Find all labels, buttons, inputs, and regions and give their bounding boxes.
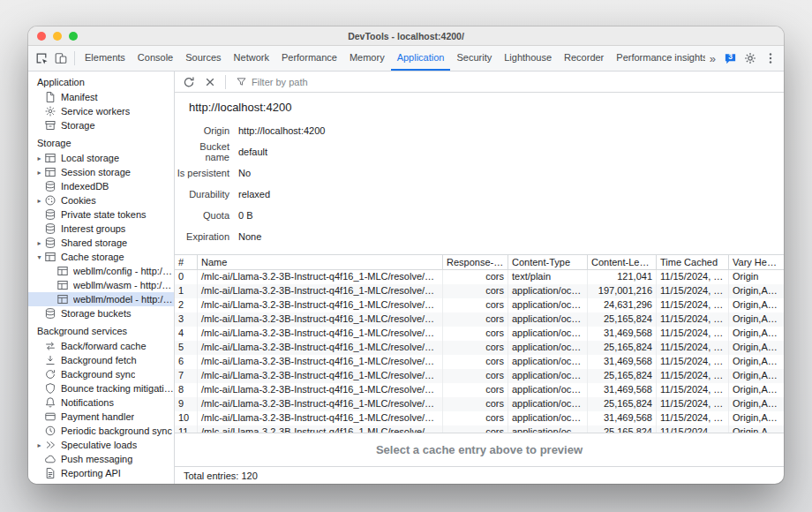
cell-name: /mlc-ai/Llama-3.2-3B-Instruct-q4f16_1-ML… <box>198 284 443 298</box>
column-header-name[interactable]: Name <box>198 255 443 270</box>
sidebar-item-label: Back/forward cache <box>61 341 147 351</box>
sidebar-item-webllm-model-http-loc[interactable]: webllm/model - http://loc… <box>28 292 174 306</box>
sidebar-item-reporting-api[interactable]: Reporting API <box>28 466 174 480</box>
sidebar-item-cache-storage[interactable]: ▾Cache storage <box>28 250 174 264</box>
table-row[interactable]: 1/mlc-ai/Llama-3.2-3B-Instruct-q4f16_1-M… <box>175 284 784 298</box>
table-row[interactable]: 8/mlc-ai/Llama-3.2-3B-Instruct-q4f16_1-M… <box>175 383 784 397</box>
sidebar-item-private-state-tokens[interactable]: Private state tokens <box>28 207 174 222</box>
expander-collapsed-icon[interactable]: ▸ <box>34 197 44 205</box>
sidebar-item-back-forward-cache[interactable]: Back/forward cache <box>28 339 174 353</box>
table-row[interactable]: 9/mlc-ai/Llama-3.2-3B-Instruct-q4f16_1-M… <box>175 397 784 411</box>
close-window-button[interactable] <box>37 32 46 41</box>
sidebar-item-webllm-config-http-loc[interactable]: webllm/config - http://loc… <box>28 264 174 278</box>
sidebar-item-service-workers[interactable]: Service workers <box>28 104 174 118</box>
tab-recorder[interactable]: Recorder <box>558 46 610 71</box>
table-row[interactable]: 11/mlc-ai/Llama-3.2-3B-Instruct-q4f16_1-… <box>175 425 784 433</box>
minimize-window-button[interactable] <box>53 32 62 41</box>
cookie-icon <box>44 194 56 207</box>
more-tabs-button[interactable]: » <box>705 52 720 65</box>
column-header-time-cached[interactable]: Time Cached <box>657 255 729 270</box>
table-row[interactable]: 6/mlc-ai/Llama-3.2-3B-Instruct-q4f16_1-M… <box>175 355 784 369</box>
sidebar-item-local-storage[interactable]: ▸Local storage <box>28 151 174 165</box>
column-header-content-type[interactable]: Content-Type <box>508 255 588 270</box>
kebab-menu-icon <box>763 51 778 65</box>
sidebar-item-background-sync[interactable]: Background sync <box>28 367 174 381</box>
table-row[interactable]: 4/mlc-ai/Llama-3.2-3B-Instruct-q4f16_1-M… <box>175 327 784 341</box>
inspect-element-button[interactable] <box>32 49 51 68</box>
table-row[interactable]: 0/mlc-ai/Llama-3.2-3B-Instruct-q4f16_1-M… <box>175 270 784 284</box>
sidebar-item-background-fetch[interactable]: Background fetch <box>28 353 174 367</box>
refresh-icon <box>182 75 196 89</box>
cell-name: /mlc-ai/Llama-3.2-3B-Instruct-q4f16_1-ML… <box>198 397 443 411</box>
sidebar-item-periodic-background-sync[interactable]: Periodic background sync <box>28 424 174 438</box>
column-header-vary-header[interactable]: Vary Header <box>729 255 784 270</box>
backforward-icon <box>44 340 56 352</box>
tab-label: Recorder <box>564 52 604 63</box>
filter-input[interactable]: Filter by path <box>231 76 312 87</box>
tab-application[interactable]: Application <box>391 46 451 71</box>
table-icon <box>56 265 69 277</box>
sidebar-item-indexeddb[interactable]: IndexedDB <box>28 179 174 193</box>
sidebar-item-cookies[interactable]: ▸Cookies <box>28 193 174 207</box>
tab-memory[interactable]: Memory <box>343 46 391 71</box>
toolbar-right-controls: » 3 <box>705 49 780 68</box>
expander-collapsed-icon[interactable]: ▸ <box>34 169 44 177</box>
expander-collapsed-icon[interactable]: ▸ <box>34 239 44 247</box>
fetch-icon <box>44 354 56 366</box>
cell-time: 11/15/2024, 10… <box>657 341 729 355</box>
kebab-menu-button[interactable] <box>761 49 780 68</box>
messages-badge[interactable]: 3 <box>721 49 740 68</box>
sidebar-item-payment-handler[interactable]: Payment handler <box>28 410 174 424</box>
database-icon <box>44 237 56 249</box>
zoom-window-button[interactable] <box>69 32 78 41</box>
column-header-response-type[interactable]: Response-Type <box>443 255 508 270</box>
sidebar-item-push-messaging[interactable]: Push messaging <box>28 452 174 466</box>
tab-sources[interactable]: Sources <box>179 46 227 71</box>
sidebar-item-storage-buckets[interactable]: Storage buckets <box>28 306 174 320</box>
table-row[interactable]: 5/mlc-ai/Llama-3.2-3B-Instruct-q4f16_1-M… <box>175 341 784 355</box>
devtools-toolbar: ElementsConsoleSourcesNetworkPerformance… <box>28 46 784 72</box>
cell-clen: 31,469,568 <box>588 411 657 425</box>
expander-collapsed-icon[interactable]: ▸ <box>34 154 44 162</box>
tab-label: Network <box>234 52 269 63</box>
refresh-button[interactable] <box>179 72 199 92</box>
sidebar-item-bounce-tracking-mitigations[interactable]: Bounce tracking mitigations <box>28 381 174 395</box>
sidebar-item-manifest[interactable]: Manifest <box>28 90 174 104</box>
delete-selected-button[interactable] <box>200 72 220 92</box>
tab-elements[interactable]: Elements <box>79 46 132 71</box>
settings-button[interactable] <box>741 49 760 68</box>
close-x-icon <box>203 75 217 89</box>
sidebar-item-label: Interest groups <box>61 223 125 234</box>
cell-name: /mlc-ai/Llama-3.2-3B-Instruct-q4f16_1-ML… <box>198 355 443 369</box>
table-row[interactable]: 10/mlc-ai/Llama-3.2-3B-Instruct-q4f16_1-… <box>175 411 784 425</box>
sidebar-item-storage[interactable]: Storage <box>28 118 174 132</box>
sidebar-item-label: Local storage <box>61 153 119 163</box>
cell-idx: 3 <box>175 312 198 327</box>
tab-label: Console <box>138 52 173 63</box>
column-header-[interactable]: # <box>175 255 198 270</box>
tab-lighthouse[interactable]: Lighthouse <box>498 46 558 71</box>
tab-performance[interactable]: Performance <box>275 46 343 71</box>
sidebar-item-speculative-loads[interactable]: ▸Speculative loads <box>28 438 174 452</box>
table-row[interactable]: 7/mlc-ai/Llama-3.2-3B-Instruct-q4f16_1-M… <box>175 369 784 383</box>
tab-console[interactable]: Console <box>132 46 179 71</box>
tab-performance-insights[interactable]: Performance insights <box>610 46 704 71</box>
sidebar-item-session-storage[interactable]: ▸Session storage <box>28 165 174 179</box>
table-row[interactable]: 3/mlc-ai/Llama-3.2-3B-Instruct-q4f16_1-M… <box>175 312 784 327</box>
sidebar-item-notifications[interactable]: Notifications <box>28 395 174 410</box>
column-header-content-length[interactable]: Content-Length <box>588 255 657 270</box>
database-icon <box>44 222 56 235</box>
device-toolbar-button[interactable] <box>51 49 71 68</box>
tab-security[interactable]: Security <box>450 46 498 71</box>
sidebar-item-interest-groups[interactable]: Interest groups <box>28 222 174 236</box>
sidebar-item-shared-storage[interactable]: ▸Shared storage <box>28 236 174 250</box>
expander-collapsed-icon[interactable]: ▸ <box>34 441 44 449</box>
cell-clen: 25,165,824 <box>588 397 657 411</box>
cell-name: /mlc-ai/Llama-3.2-3B-Instruct-q4f16_1-ML… <box>198 298 443 312</box>
table-row[interactable]: 2/mlc-ai/Llama-3.2-3B-Instruct-q4f16_1-M… <box>175 298 784 312</box>
metadata-label: Expiration <box>175 231 229 242</box>
expander-expanded-icon[interactable]: ▾ <box>34 253 44 261</box>
tab-network[interactable]: Network <box>228 46 275 71</box>
metadata-label: Quota <box>175 210 229 221</box>
sidebar-item-webllm-wasm-http-loca[interactable]: webllm/wasm - http://loca… <box>28 278 174 292</box>
